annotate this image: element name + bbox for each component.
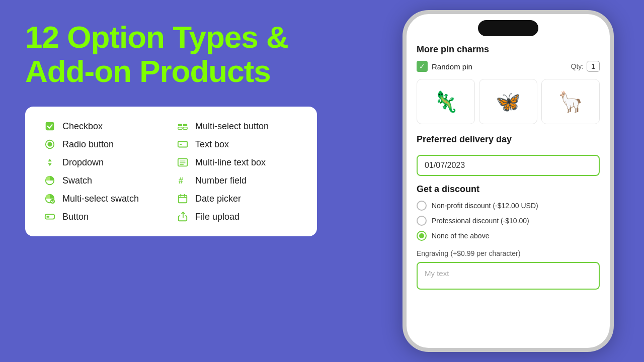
pin-card-1[interactable]: 🦋 <box>479 79 537 124</box>
option-button: Button <box>43 211 166 222</box>
discount-label-0: Non-profit discount (-$12.00 USD) <box>432 202 538 210</box>
pin-charms-title: More pin charms <box>417 44 600 55</box>
svg-rect-0 <box>46 122 54 131</box>
pin-card-0[interactable]: 🦎 <box>417 79 475 124</box>
qty-value[interactable]: 1 <box>587 61 600 72</box>
button-icon <box>43 211 56 222</box>
dropdown-icon <box>43 157 56 168</box>
option-label-date: Date picker <box>195 194 241 204</box>
headline-line2: Add-on Products <box>25 54 271 88</box>
option-label-dropdown: Dropdown <box>62 157 104 168</box>
option-label-swatch: Swatch <box>62 175 92 186</box>
qty-label: Qty: <box>571 62 584 70</box>
upload-icon <box>176 211 189 222</box>
option-label-button: Button <box>62 212 89 222</box>
random-pin-label: Random pin <box>432 62 472 71</box>
option-label-multiselect-swatch: Multi-select swatch <box>62 194 139 204</box>
phone-screen[interactable]: More pin charms ✓ Random pin Qty: 1 🦎 🦋 … <box>407 14 610 348</box>
discount-label-2: None of the above <box>432 232 489 240</box>
engraving-input[interactable]: My text <box>417 262 600 290</box>
option-date: Date picker <box>176 193 299 204</box>
headline-line1: 12 Option Types & <box>25 20 288 54</box>
delivery-title: Preferred delivery day <box>417 134 600 145</box>
delivery-date-input[interactable] <box>417 155 600 176</box>
svg-marker-9 <box>48 159 51 162</box>
option-label-multiselect-button: Multi-select button <box>195 121 269 132</box>
engraving-title: Engraving (+$0.99 per character) <box>417 249 600 258</box>
svg-rect-7 <box>178 142 187 147</box>
left-panel: 12 Option Types & Add-on Products Checkb… <box>0 0 382 362</box>
option-label-multiline: Multi-line text box <box>195 157 266 168</box>
svg-rect-4 <box>183 127 187 130</box>
svg-marker-10 <box>48 163 51 166</box>
multiselect-swatch-icon <box>43 193 56 204</box>
discount-option-2[interactable]: None of the above <box>417 231 600 241</box>
svg-point-18 <box>50 199 55 204</box>
discount-option-0[interactable]: Non-profit discount (-$12.00 USD) <box>417 201 600 211</box>
svg-rect-24 <box>47 216 50 218</box>
discount-label-1: Professional discount (-$10.00) <box>432 217 529 225</box>
pin-card-2[interactable]: 🦙 <box>541 79 600 124</box>
svg-rect-19 <box>179 196 187 203</box>
option-label-upload: File upload <box>195 212 239 222</box>
engraving-price: (+$0.99 per character) <box>451 249 521 257</box>
radio-icon <box>43 139 56 150</box>
phone-frame: More pin charms ✓ Random pin Qty: 1 🦎 🦋 … <box>403 10 614 352</box>
multiline-icon <box>176 157 189 168</box>
headline: 12 Option Types & Add-on Products <box>25 20 357 88</box>
svg-rect-3 <box>178 127 182 130</box>
option-number: # Number field <box>176 175 299 186</box>
option-multiselect-button: Multi-select button <box>176 121 299 132</box>
option-radio: Radio button <box>43 139 166 150</box>
random-pin-row: ✓ Random pin Qty: 1 <box>417 61 600 72</box>
option-multiselect-swatch: Multi-select swatch <box>43 193 166 204</box>
option-label-radio: Radio button <box>62 139 114 150</box>
svg-rect-1 <box>178 124 182 127</box>
radio-0 <box>417 201 427 211</box>
option-label-textbox: Text box <box>195 139 229 150</box>
multiselect-button-icon <box>176 121 189 132</box>
number-icon: # <box>176 175 189 186</box>
textbox-icon <box>176 139 189 150</box>
qty-control[interactable]: Qty: 1 <box>571 61 600 72</box>
engraving-section: Engraving (+$0.99 per character) My text <box>417 249 600 290</box>
svg-point-6 <box>47 142 52 147</box>
discount-section: Get a discount Non-profit discount (-$12… <box>417 184 600 241</box>
option-dropdown: Dropdown <box>43 157 166 168</box>
options-card: Checkbox Multi-select button Radio butto… <box>25 107 317 236</box>
option-checkbox: Checkbox <box>43 121 166 132</box>
discount-option-1[interactable]: Professional discount (-$10.00) <box>417 216 600 226</box>
checkbox-icon <box>43 121 56 132</box>
radio-1 <box>417 216 427 226</box>
discount-title: Get a discount <box>417 184 600 195</box>
option-label-checkbox: Checkbox <box>62 121 103 132</box>
checkbox-checked: ✓ <box>417 61 428 72</box>
delivery-section: Preferred delivery day <box>417 134 600 176</box>
swatch-icon <box>43 175 56 186</box>
option-label-number: Number field <box>195 175 247 186</box>
option-upload: File upload <box>176 211 299 222</box>
svg-rect-2 <box>183 124 187 127</box>
option-multiline: Multi-line text box <box>176 157 299 168</box>
engraving-title-text: Engraving <box>417 249 448 257</box>
date-icon <box>176 193 189 204</box>
option-swatch: Swatch <box>43 175 166 186</box>
option-textbox: Text box <box>176 139 299 150</box>
svg-text:#: # <box>179 176 183 185</box>
random-pin-checkbox[interactable]: ✓ Random pin <box>417 61 472 72</box>
dynamic-island <box>478 20 538 36</box>
radio-2-selected <box>417 231 427 241</box>
right-panel: More pin charms ✓ Random pin Qty: 1 🦎 🦋 … <box>382 0 644 362</box>
pins-grid: 🦎 🦋 🦙 <box>417 79 600 124</box>
